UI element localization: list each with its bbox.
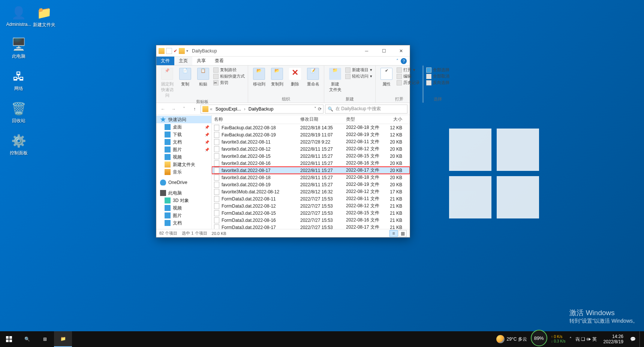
- table-row[interactable]: FavBackup.dat.2022-08-192022/8/19 11:072…: [212, 131, 410, 138]
- taskbar-taskview[interactable]: ⊞: [36, 331, 54, 347]
- help-icon[interactable]: ?: [401, 58, 407, 64]
- table-row[interactable]: FormData3.dat.2022-08-172022/7/27 15:532…: [212, 224, 410, 229]
- ribbon-new-item[interactable]: 新建项目▾: [345, 67, 372, 73]
- nav-videos[interactable]: 视频: [156, 153, 211, 161]
- tray-clock[interactable]: 14:262022/8/19: [601, 334, 626, 345]
- qat-folder-icon[interactable]: [179, 48, 185, 54]
- desktop-icon-new-folder[interactable]: 📁新建文件夹: [31, 5, 58, 28]
- nav-recent-button[interactable]: ˅: [180, 105, 189, 114]
- col-size[interactable]: 大小: [383, 116, 404, 123]
- tray-notifications[interactable]: 💬: [630, 337, 636, 342]
- table-row[interactable]: favorite3.dat.2022-08-172022/8/11 15:272…: [212, 167, 410, 174]
- nav-back-button[interactable]: ←: [159, 105, 168, 114]
- desktop-icon-recycle[interactable]: 🗑️回收站: [5, 101, 32, 124]
- table-row[interactable]: favorite3.dat.2022-08-152022/8/11 15:272…: [212, 153, 410, 160]
- ribbon-copy[interactable]: 📄复制: [177, 67, 193, 87]
- tray-meter[interactable]: 89%: [531, 330, 547, 346]
- ribbon-easy-access[interactable]: 轻松访问▾: [345, 73, 372, 79]
- nav-tree[interactable]: 快速访问 桌面📌 下载📌 文档📌 图片📌 视频 新建文件夹 音乐 OneDriv…: [156, 115, 212, 229]
- ribbon-delete[interactable]: ✕删除: [287, 67, 303, 87]
- tray-ime[interactable]: 㐂 ❏ 🕪 英: [575, 336, 597, 343]
- nav-onedrive[interactable]: OneDrive: [156, 179, 211, 186]
- desktop-icon-network[interactable]: 🖧网络: [5, 69, 32, 92]
- tab-share[interactable]: 共享: [192, 57, 210, 65]
- col-type[interactable]: 类型: [344, 116, 383, 123]
- refresh-icon[interactable]: ⟳: [318, 106, 322, 112]
- table-row[interactable]: favorite3.dat.2022-08-162022/8/11 15:272…: [212, 160, 410, 167]
- show-desktop-button[interactable]: [640, 331, 642, 347]
- tray-weather[interactable]: 29°C 多云: [496, 335, 527, 343]
- file-rows[interactable]: FavBackup.dat.2022-08-182022/8/18 14:352…: [212, 124, 410, 229]
- search-input[interactable]: 🔍 在 DailyBackup 中搜索: [325, 105, 407, 114]
- nav-pictures[interactable]: 图片📌: [156, 146, 211, 153]
- breadcrumb[interactable]: DailyBackup: [247, 106, 275, 112]
- nav-new-folder[interactable]: 新建文件夹: [156, 161, 211, 168]
- desktop-icon-control-panel[interactable]: ⚙️控制面板: [5, 133, 32, 156]
- tab-file[interactable]: 文件: [156, 57, 174, 65]
- table-row[interactable]: FormData3.dat.2022-08-162022/7/27 15:532…: [212, 217, 410, 224]
- table-row[interactable]: favorite3.dat.2022-08-112022/7/28 9:2220…: [212, 138, 410, 145]
- desktop-icon-administrator[interactable]: 👤Administra...: [5, 5, 32, 27]
- nav-3d[interactable]: 3D 对象: [156, 197, 211, 204]
- ribbon-copy-path[interactable]: 复制路径: [213, 67, 245, 73]
- ribbon-edit[interactable]: 编辑: [397, 73, 420, 79]
- ribbon-select-none[interactable]: 全部取消: [426, 73, 449, 79]
- close-button[interactable]: ✕: [392, 45, 410, 57]
- nav-quick-access[interactable]: 快速访问: [156, 116, 211, 123]
- address-path[interactable]: « SogouExpl... › DailyBackup ˅⟳: [201, 105, 323, 114]
- ribbon-properties[interactable]: ✔属性: [379, 67, 394, 87]
- nav-pictures2[interactable]: 图片: [156, 212, 211, 219]
- table-row[interactable]: FormData3.dat.2022-08-122022/7/27 15:532…: [212, 202, 410, 209]
- taskbar-search[interactable]: 🔍: [18, 331, 36, 347]
- maximize-button[interactable]: ☐: [375, 45, 392, 57]
- table-row[interactable]: FavBackup.dat.2022-08-182022/8/18 14:352…: [212, 124, 410, 131]
- ribbon-paste-shortcut[interactable]: 粘贴快捷方式: [213, 73, 245, 79]
- nav-documents2[interactable]: 文档: [156, 219, 211, 227]
- tray-netspeed[interactable]: ↑ 0 K/s↓ 0.3 K/s: [551, 335, 566, 344]
- minimize-button[interactable]: ─: [358, 45, 375, 57]
- desktop-icon-this-pc[interactable]: 🖥️此电脑: [5, 37, 32, 60]
- breadcrumb[interactable]: SogouExpl...: [214, 106, 243, 112]
- ribbon-copy-to[interactable]: 📂复制到: [269, 67, 285, 87]
- ribbon-help[interactable]: ˄?: [393, 57, 410, 65]
- nav-documents[interactable]: 文档📌: [156, 138, 211, 146]
- nav-videos2[interactable]: 视频: [156, 204, 211, 212]
- view-details-button[interactable]: ≡: [389, 230, 398, 237]
- nav-desktop[interactable]: 桌面📌: [156, 123, 211, 131]
- ribbon-paste[interactable]: 📋粘贴: [195, 67, 211, 87]
- nav-up-button[interactable]: ↑: [190, 105, 199, 114]
- tab-home[interactable]: 主页: [174, 57, 192, 65]
- ribbon-open[interactable]: 打开▾: [397, 67, 420, 73]
- column-headers[interactable]: 名称 修改日期 类型 大小: [212, 115, 410, 124]
- nav-thispc[interactable]: 此电脑: [156, 189, 211, 197]
- nav-music[interactable]: 音乐: [156, 168, 211, 176]
- view-icons-button[interactable]: ▦: [398, 230, 407, 237]
- qat-dropdown-icon[interactable]: ▾: [186, 49, 188, 53]
- titlebar[interactable]: ✔ ▾ DailyBackup ─ ☐ ✕: [156, 45, 410, 57]
- ribbon-invert[interactable]: 反向选择: [426, 80, 449, 85]
- col-date[interactable]: 修改日期: [298, 116, 344, 123]
- table-row[interactable]: FormData3.dat.2022-08-112022/7/27 15:532…: [212, 195, 410, 202]
- tab-view[interactable]: 查看: [210, 57, 228, 65]
- ribbon-pin[interactable]: 📌固定到快速访问: [159, 67, 175, 98]
- start-button[interactable]: [0, 331, 18, 347]
- qat-check-icon[interactable]: ✔: [174, 48, 177, 54]
- table-row[interactable]: favorite3.dat.2022-08-192022/8/11 15:272…: [212, 181, 410, 188]
- ribbon-rename[interactable]: 📝重命名: [305, 67, 321, 87]
- table-row[interactable]: FormData3.dat.2022-08-152022/7/27 15:532…: [212, 209, 410, 217]
- ribbon-new-folder[interactable]: 📁新建 文件夹: [327, 67, 343, 93]
- taskbar-explorer[interactable]: 📁: [54, 331, 72, 347]
- ribbon-history[interactable]: 历史记录: [397, 80, 420, 85]
- table-row[interactable]: favorite3Mob.dat.2022-08-122022/8/12 16:…: [212, 188, 410, 195]
- col-name[interactable]: 名称: [212, 116, 298, 123]
- tray-chevron-icon[interactable]: ˄: [569, 337, 572, 342]
- qat-properties-icon[interactable]: [166, 48, 172, 54]
- ribbon-move-to[interactable]: 📂移动到: [251, 67, 267, 87]
- table-row[interactable]: favorite3.dat.2022-08-122022/8/11 15:272…: [212, 145, 410, 153]
- path-dropdown-icon[interactable]: ˅: [314, 106, 316, 112]
- nav-downloads[interactable]: 下载📌: [156, 131, 211, 138]
- taskbar[interactable]: 🔍 ⊞ 📁 29°C 多云 89% ↑ 0 K/s↓ 0.3 K/s ˄ 㐂 ❏…: [0, 331, 644, 347]
- ribbon-select-all[interactable]: 全部选择: [426, 67, 449, 73]
- table-row[interactable]: favorite3.dat.2022-08-182022/8/11 15:272…: [212, 174, 410, 181]
- ribbon-cut[interactable]: ✂剪切: [213, 80, 245, 85]
